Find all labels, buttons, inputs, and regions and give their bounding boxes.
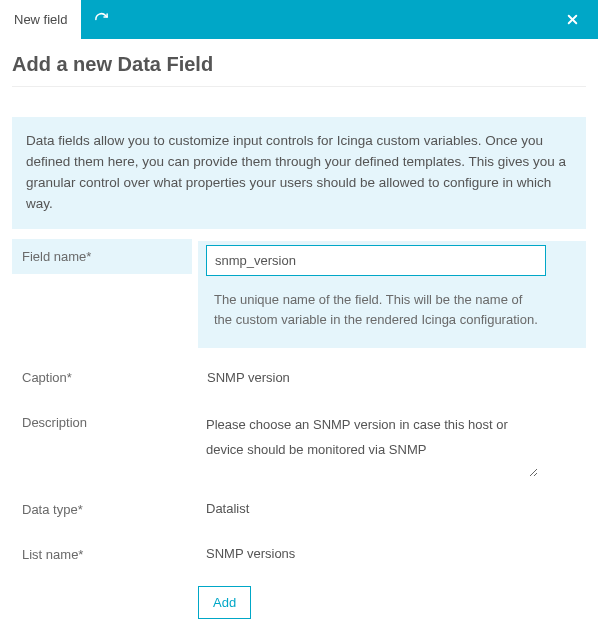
close-icon (566, 13, 579, 26)
label-list-name: List name* (12, 537, 192, 572)
data-type-select[interactable]: Datalist (198, 494, 538, 523)
list-name-select[interactable]: SNMP versions (198, 539, 538, 568)
description-textarea[interactable] (198, 407, 538, 477)
tab-new-field[interactable]: New field (0, 0, 81, 39)
row-field-name: Field name* The unique name of the field… (12, 239, 586, 350)
field-name-help: The unique name of the field. This will … (206, 276, 546, 338)
field-name-active-wrap: The unique name of the field. This will … (198, 241, 586, 348)
header-bar: New field (0, 0, 598, 39)
label-field-name: Field name* (12, 239, 192, 274)
row-caption: Caption* (12, 360, 586, 395)
button-row: Add (12, 586, 586, 619)
refresh-button[interactable] (81, 0, 121, 39)
refresh-icon (94, 12, 109, 27)
tab-label: New field (14, 12, 67, 27)
info-box: Data fields allow you to customize input… (12, 117, 586, 229)
label-caption: Caption* (12, 360, 192, 395)
label-description: Description (12, 405, 192, 440)
row-data-type: Data type* Datalist (12, 492, 586, 527)
page-body: Add a new Data Field Data fields allow y… (0, 39, 598, 626)
field-name-input[interactable] (206, 245, 546, 276)
label-data-type: Data type* (12, 492, 192, 527)
add-button[interactable]: Add (198, 586, 251, 619)
caption-input[interactable] (198, 362, 538, 393)
close-button[interactable] (552, 0, 592, 39)
row-list-name: List name* SNMP versions (12, 537, 586, 572)
page-title: Add a new Data Field (12, 53, 586, 87)
row-description: Description (12, 405, 586, 482)
